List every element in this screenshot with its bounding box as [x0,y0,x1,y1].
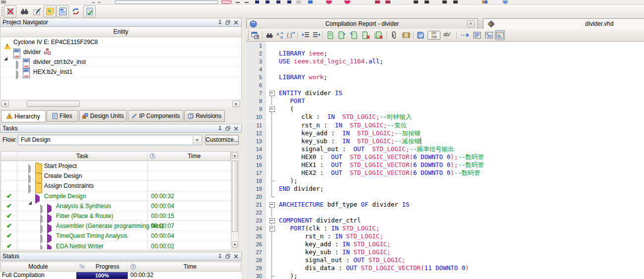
new-window-icon[interactable] [250,30,260,40]
tab-revisions[interactable]: 1 Revisions [184,110,225,122]
syntax-check-icon[interactable] [416,30,426,40]
indent-decrease-icon[interactable] [312,30,322,40]
word-wrap-icon[interactable]: ab/ [443,32,450,37]
tab-files[interactable]: Files [47,110,78,122]
close-icon[interactable] [232,125,239,132]
close-icon[interactable] [232,253,239,260]
code-line[interactable]: 23COMPONENT divider_ctrl [246,217,644,224]
tree-row-hex[interactable]: abcVHD HEX:b2v_inst1 [0,67,241,77]
code-line[interactable]: 22 [246,209,644,217]
notes-icon[interactable] [44,5,56,17]
scroll-up-button[interactable] [232,152,238,159]
code-line[interactable]: 24 PORT(clk : IN STD_LOGIC; [246,224,644,232]
code-line[interactable]: 21ARCHITECTURE bdf_type OF divider IS [246,201,644,209]
macro-scroll-icon[interactable] [401,30,411,40]
code-line[interactable]: 17 HEX2 : OUT STD_LOGIC_VECTOR(6 DOWNTO … [246,169,644,177]
code-editor[interactable]: 12LIBRARY ieee;3USE ieee.std_logic_1164.… [246,42,644,279]
task-row[interactable]: ✔Compile Design00:00:32 [1,191,231,201]
status-row[interactable]: Full Compilation 100% 00:00:32 [0,272,241,279]
goto-line-icon[interactable] [460,30,470,40]
pin-icon[interactable] [216,125,223,132]
task-row[interactable]: Start Project [1,161,231,171]
tree-row-divider-ctrl[interactable]: abcVHD divider_ctrl:b2v_inst [0,57,241,67]
tasks-vertical-scrollbar[interactable] [231,151,239,249]
customize-button[interactable]: Customize... [205,135,239,145]
line-indicator[interactable]: 267 268 [428,31,440,40]
scroll-left-button[interactable] [1,101,9,107]
flow-select[interactable]: Full Design [18,135,202,145]
fold-box-icon[interactable] [266,224,277,232]
tab-compilation-report[interactable]: Compilation Report - divider ✕ [246,18,478,29]
scrollbar-thumb[interactable] [232,161,238,232]
code-line[interactable]: 9 ( [246,105,644,113]
code-line[interactable]: 19END divider; [246,185,644,193]
compile-sphere-icon[interactable] [4,5,16,17]
tab-divider-vhd[interactable]: divider.vhd [483,18,644,29]
report-list-icon[interactable] [56,5,69,17]
close-icon[interactable]: ✕ [467,20,475,27]
code-line[interactable]: 28 signal_out : OUT STD_LOGIC; [246,256,644,264]
fold-box-icon[interactable] [266,201,277,209]
task-column-header[interactable]: Task [17,152,147,161]
task-row[interactable]: Assign Constraints [1,181,231,191]
fold-box-icon[interactable] [266,89,277,97]
task-row[interactable]: ✔Analysis & Synthesis00:00:04 [1,201,231,211]
collapse-arrow-icon[interactable] [16,70,18,80]
toolbar-grip[interactable] [248,31,249,40]
bookmark-delete-all-icon[interactable] [374,30,383,40]
progress-column-header[interactable]: Progress [88,262,127,271]
code-line[interactable]: 20 [246,193,644,201]
fold-box-icon[interactable] [266,217,277,224]
code-line[interactable]: 29 dis_data : OUT STD_LOGIC_VECTOR(11 DO… [246,264,644,272]
task-row[interactable]: ✔Assembler (Generate programming files)0… [1,221,231,231]
pin-icon[interactable] [216,253,223,260]
code-line[interactable]: 18 ); [246,177,644,185]
design-check-icon[interactable] [83,5,96,17]
close-icon[interactable] [232,19,239,26]
code-line[interactable]: 7ENTITY divider IS [246,89,644,97]
tab-ip-components[interactable]: IP Components [128,110,183,122]
task-row[interactable]: ✔TimeQuest Timing Analysis00:00:04 [1,231,231,241]
view-split-icon[interactable] [495,30,505,40]
code-line[interactable]: 8 PORT [246,97,644,105]
code-line[interactable]: 5LIBRARY work; [246,73,644,81]
code-line[interactable]: 15 HEX0 : OUT STD_LOGIC_VECTOR(6 DOWNTO … [246,153,644,161]
code-line[interactable]: 2LIBRARY ieee; [246,50,644,57]
horizontal-scrollbar[interactable] [0,100,241,107]
clipped-combobox[interactable] [115,0,218,4]
tab-design-units[interactable]: Design Units [79,110,127,122]
module-column-header[interactable]: Module [1,262,75,271]
task-row[interactable]: ✔EDA Netlist Writer00:00:02 [1,241,231,250]
collapse-arrow-icon[interactable] [40,244,43,250]
float-icon[interactable] [224,19,231,26]
code-line[interactable]: 10 clk : IN STD_LOGIC;--时钟输入 [246,113,644,121]
time-column-header[interactable]: Time [138,262,242,271]
float-icon[interactable] [224,253,231,260]
code-line[interactable]: 16 HEX1 : OUT STD_LOGIC_VECTOR(6 DOWNTO … [246,161,644,169]
code-line[interactable]: 4 [246,65,644,73]
clipped-toolbar-button[interactable] [221,0,231,4]
tree-row-divider[interactable]: abcVHD divider [0,47,241,57]
scrollbar-thumb[interactable] [27,101,80,107]
find-replace-icon[interactable]: AB [275,30,285,40]
edit-pen-icon[interactable] [31,5,43,17]
find-binoculars-icon[interactable] [18,5,30,17]
code-line[interactable]: 1 [246,42,644,50]
code-line[interactable]: 13 key_sub : IN STD_LOGIC;--减按键 [246,137,644,145]
refresh-icon[interactable] [69,5,82,17]
code-line[interactable]: 30 ); [246,272,644,279]
code-line[interactable]: 27 key_sub : IN STD_LOGIC; [246,248,644,256]
attach-paperclip-icon[interactable] [389,30,399,40]
view-outline-icon[interactable] [484,30,494,40]
bookmark-delete-icon[interactable] [361,30,371,40]
code-line[interactable]: 25 rst_n : IN STD_LOGIC; [246,232,644,240]
indent-increase-icon[interactable] [301,30,311,40]
pin-icon[interactable] [216,19,223,26]
fold-box-icon[interactable] [266,105,277,113]
code-line[interactable]: 6 [246,81,644,89]
code-line[interactable]: 26 key_add : IN STD_LOGIC; [246,240,644,248]
scroll-down-button[interactable] [232,241,238,248]
view-normal-icon[interactable] [472,30,482,40]
toolbar-grip[interactable] [1,7,3,16]
float-icon[interactable] [224,125,231,132]
